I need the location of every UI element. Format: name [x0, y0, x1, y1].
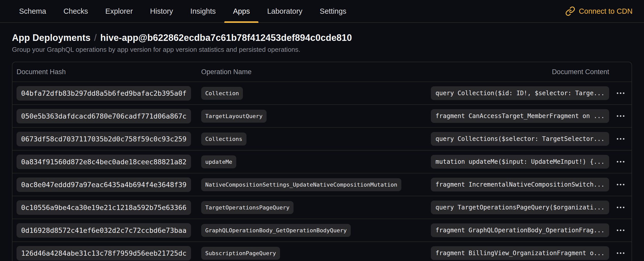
ellipsis-icon: [617, 184, 624, 185]
document-content-badge: fragment CanAccessTarget_MemberFragment …: [431, 109, 609, 123]
table-body: 04bfa72dfb83b297dd8a5b6fed9bafac2b395a0f…: [12, 81, 632, 261]
operation-name-badge: GraphQLOperationBody_GetOperationBodyQue…: [201, 224, 351, 237]
table-row: 0673df58cd7037117035b2d0c758f59c0c93c259…: [12, 127, 632, 150]
document-hash-cell: 0673df58cd7037117035b2d0c758f59c0c93c259: [17, 132, 201, 146]
row-menu-button[interactable]: [615, 158, 626, 165]
column-header-operation-name: Operation Name: [201, 68, 552, 76]
table-header-row: Document Hash Operation Name Document Co…: [12, 62, 632, 81]
document-hash-cell: 050e5b363dafdcacd6780e706cadf771d06a867c: [17, 109, 201, 123]
document-content-cell: query TargetOperationsPageQuery($organiz…: [431, 201, 609, 214]
document-content-badge: fragment IncrementalNativeCompositionSwi…: [431, 178, 609, 191]
operation-name-badge: TargetOperationsPageQuery: [201, 201, 294, 214]
document-hash-cell: 04bfa72dfb83b297dd8a5b6fed9bafac2b395a0f: [17, 86, 201, 101]
operation-name-badge: SubscriptionPageQuery: [201, 247, 280, 260]
operation-name-cell: updateMe: [201, 155, 431, 168]
row-menu-button[interactable]: [615, 90, 626, 96]
deployments-table: Document Hash Operation Name Document Co…: [12, 62, 632, 261]
document-content-badge: fragment GraphQLOperationBody_OperationF…: [431, 223, 609, 237]
ellipsis-icon: [617, 230, 624, 231]
table-row: 0c10556a9be4ca30e19e21c1218a592b75e63366…: [12, 196, 632, 219]
document-hash-badge: 126d46a4284abe31c13c78f7959d56eeb21725dc: [17, 246, 191, 260]
operation-name-cell: GraphQLOperationBody_GetOperationBodyQue…: [201, 224, 431, 237]
row-menu-button[interactable]: [615, 227, 626, 234]
document-hash-badge: 0ac8e047eddd97a97eac6435a4b694f4e3648f39: [17, 177, 191, 192]
table-row: 0a834f91560d872e8c4bec0ade18ceec88821a82…: [12, 150, 632, 173]
document-content-badge: query Collections($selector: TargetSelec…: [431, 132, 609, 146]
link-icon: [565, 6, 575, 16]
ellipsis-icon: [617, 207, 624, 208]
table-row: 0d16928d8572c41ef6e032d2c7c72ccbd6e73baa…: [12, 219, 632, 241]
document-hash-cell: 0a834f91560d872e8c4bec0ade18ceec88821a82: [17, 155, 201, 169]
table-row: 04bfa72dfb83b297dd8a5b6fed9bafac2b395a0f…: [12, 81, 632, 104]
tab-schema[interactable]: Schema: [10, 0, 55, 22]
operation-name-badge: updateMe: [201, 155, 236, 168]
ellipsis-icon: [617, 115, 624, 117]
tab-explorer[interactable]: Explorer: [97, 0, 141, 22]
ellipsis-icon: [617, 138, 624, 140]
document-hash-badge: 0673df58cd7037117035b2d0c758f59c0c93c259: [17, 132, 191, 146]
document-hash-cell: 126d46a4284abe31c13c78f7959d56eeb21725dc: [17, 246, 201, 260]
main-content: App Deployments / hive-app@b622862ecdba7…: [0, 32, 644, 261]
breadcrumb-section: App Deployments: [12, 32, 91, 43]
breadcrumb-app-name: hive-app@b622862ecdba7c61b78f412453def89…: [100, 32, 352, 43]
document-content-badge: query TargetOperationsPageQuery($organiz…: [431, 201, 609, 214]
connect-to-cdn-label: Connect to CDN: [579, 7, 633, 15]
tab-laboratory[interactable]: Laboratory: [258, 0, 311, 22]
operation-name-cell: SubscriptionPageQuery: [201, 247, 431, 260]
tab-insights[interactable]: Insights: [182, 0, 224, 22]
document-content-cell: fragment IncrementalNativeCompositionSwi…: [431, 178, 609, 191]
operation-name-badge: NativeCompositionSettings_UpdateNativeCo…: [201, 178, 401, 191]
ellipsis-icon: [617, 161, 624, 162]
document-hash-cell: 0c10556a9be4ca30e19e21c1218a592b75e63366: [17, 200, 201, 215]
operation-name-badge: Collection: [201, 87, 243, 100]
table-row: 126d46a4284abe31c13c78f7959d56eeb21725dc…: [12, 241, 632, 261]
operation-name-badge: Collections: [201, 133, 246, 145]
tab-apps[interactable]: Apps: [224, 0, 258, 22]
document-hash-badge: 0c10556a9be4ca30e19e21c1218a592b75e63366: [17, 200, 191, 215]
document-content-cell: mutation updateMe($input: UpdateMeInput!…: [431, 155, 609, 169]
document-hash-badge: 0d16928d8572c41ef6e032d2c7c72ccbd6e73baa: [17, 223, 191, 238]
row-menu-button[interactable]: [615, 250, 626, 256]
tab-checks[interactable]: Checks: [55, 0, 97, 22]
page-subtitle: Group your GraphQL operations by app ver…: [12, 46, 632, 54]
document-hash-cell: 0ac8e047eddd97a97eac6435a4b694f4e3648f39: [17, 177, 201, 192]
operation-name-cell: TargetOperationsPageQuery: [201, 201, 431, 214]
tab-settings[interactable]: Settings: [311, 0, 355, 22]
row-menu-button[interactable]: [615, 204, 626, 211]
tab-history[interactable]: History: [141, 0, 182, 22]
document-content-badge: fragment BillingView_OrganizationFragmen…: [431, 246, 609, 260]
operation-name-cell: NativeCompositionSettings_UpdateNativeCo…: [201, 178, 431, 191]
document-content-cell: query Collection($id: ID!, $selector: Ta…: [431, 86, 609, 100]
row-menu-button[interactable]: [615, 181, 626, 188]
column-header-document-content: Document Content: [552, 68, 609, 76]
breadcrumb: App Deployments / hive-app@b622862ecdba7…: [12, 32, 632, 43]
document-hash-badge: 050e5b363dafdcacd6780e706cadf771d06a867c: [17, 109, 191, 123]
page-header: App Deployments / hive-app@b622862ecdba7…: [12, 32, 632, 54]
document-content-cell: query Collections($selector: TargetSelec…: [431, 132, 609, 146]
document-content-cell: fragment BillingView_OrganizationFragmen…: [431, 246, 609, 260]
breadcrumb-separator: /: [94, 32, 97, 43]
table-row: 050e5b363dafdcacd6780e706cadf771d06a867c…: [12, 104, 632, 127]
document-content-badge: mutation updateMe($input: UpdateMeInput!…: [431, 155, 609, 169]
operation-name-cell: Collection: [201, 87, 431, 100]
ellipsis-icon: [617, 92, 624, 94]
row-menu-button[interactable]: [615, 136, 626, 142]
connect-to-cdn-button[interactable]: Connect to CDN: [565, 0, 633, 22]
document-hash-cell: 0d16928d8572c41ef6e032d2c7c72ccbd6e73baa: [17, 223, 201, 238]
document-content-badge: query Collection($id: ID!, $selector: Ta…: [431, 86, 609, 100]
operation-name-cell: TargetLayoutQuery: [201, 110, 431, 123]
operation-name-cell: Collections: [201, 133, 431, 145]
column-header-document-hash: Document Hash: [17, 68, 201, 76]
document-content-cell: fragment CanAccessTarget_MemberFragment …: [431, 109, 609, 123]
top-navigation: Schema Checks Explorer History Insights …: [0, 0, 644, 23]
row-menu-button[interactable]: [615, 113, 626, 119]
document-hash-badge: 04bfa72dfb83b297dd8a5b6fed9bafac2b395a0f: [17, 86, 191, 101]
ellipsis-icon: [617, 252, 624, 254]
operation-name-badge: TargetLayoutQuery: [201, 110, 267, 123]
document-hash-badge: 0a834f91560d872e8c4bec0ade18ceec88821a82: [17, 155, 191, 169]
document-content-cell: fragment GraphQLOperationBody_OperationF…: [431, 223, 609, 237]
nav-tabs: Schema Checks Explorer History Insights …: [10, 0, 355, 22]
table-row: 0ac8e047eddd97a97eac6435a4b694f4e3648f39…: [12, 173, 632, 196]
